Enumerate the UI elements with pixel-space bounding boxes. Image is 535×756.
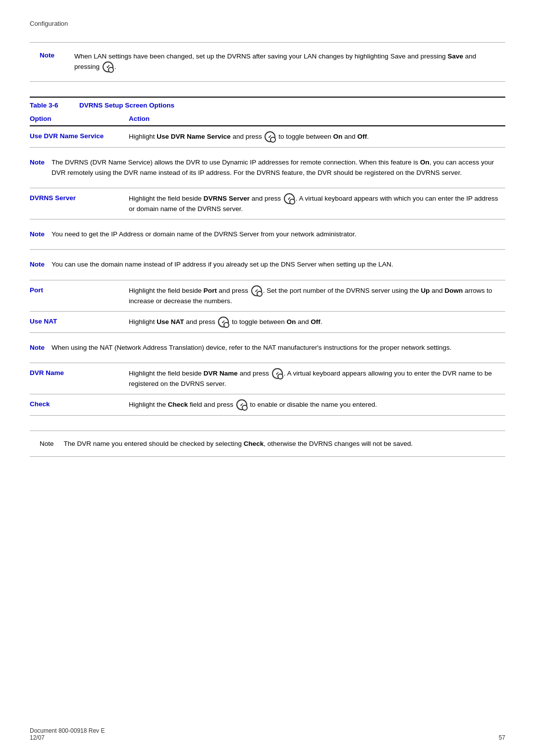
footer-left: Document 800-00918 Rev E 12/07: [30, 727, 105, 741]
table-row: Note You can use the domain name instead…: [30, 250, 505, 280]
action-cell: Highlight Use NAT and press ✓ to toggle …: [129, 311, 505, 332]
option-label: Use NAT: [30, 318, 57, 325]
press-icon-6: ✓: [236, 399, 247, 410]
table-row: Check Highlight the Check field and pres…: [30, 394, 505, 416]
note-cell: Note You can use the domain name instead…: [30, 250, 505, 280]
top-note-label: Note: [40, 52, 64, 59]
main-table: Option Action Use DVR Name Service Highl…: [30, 112, 505, 416]
table-row: Use DVR Name Service Highlight Use DVR N…: [30, 126, 505, 148]
table-title-row: Table 3-6 DVRNS Setup Screen Options: [30, 97, 505, 112]
col-option-header: Option: [30, 112, 129, 126]
press-icon-1: ✓: [265, 131, 275, 142]
press-icon-4: ✓: [218, 317, 229, 327]
press-icon-top: ✓: [103, 61, 113, 72]
table-title: DVRNS Setup Screen Options: [79, 102, 174, 109]
footer-date: 12/07: [30, 734, 105, 741]
table-row: Port Highlight the field beside Port and…: [30, 280, 505, 311]
option-label: DVR Name: [30, 369, 64, 377]
option-label: Use DVR Name Service: [30, 132, 104, 140]
press-icon-3: ✓: [251, 285, 262, 296]
note-cell: Note The DVRNS (DVR Name Service) allows…: [30, 148, 505, 188]
table-row: Note The DVRNS (DVR Name Service) allows…: [30, 148, 505, 188]
footer: Document 800-00918 Rev E 12/07 57: [30, 727, 505, 741]
note-cell: Note When using the NAT (Network Address…: [30, 332, 505, 363]
bottom-note-label: Note: [40, 440, 54, 447]
top-note-text: When LAN settings have been changed, set…: [74, 52, 495, 72]
table-row: DVR Name Highlight the field beside DVR …: [30, 363, 505, 394]
table-header-row: Option Action: [30, 112, 505, 126]
press-icon-5: ✓: [272, 368, 283, 379]
action-cell: Highlight the field beside Port and pres…: [129, 280, 505, 311]
action-cell: Highlight the Check field and press ✓ to…: [129, 394, 505, 416]
action-cell: Highlight Use DVR Name Service and press…: [129, 126, 505, 148]
table-section: Table 3-6 DVRNS Setup Screen Options Opt…: [30, 97, 505, 416]
option-label: Check: [30, 400, 50, 408]
option-label: Port: [30, 286, 43, 294]
top-note-box: Note When LAN settings have been changed…: [30, 42, 505, 82]
footer-page: 57: [499, 734, 505, 741]
bottom-note-text: The DVR name you entered should be check…: [64, 440, 413, 447]
press-icon-2: ✓: [284, 193, 295, 204]
action-cell: Highlight the field beside DVR Name and …: [129, 363, 505, 394]
breadcrumb: Configuration: [30, 20, 505, 27]
page: Configuration Note When LAN settings hav…: [0, 0, 535, 756]
note-cell: Note You need to get the IP Address or d…: [30, 219, 505, 250]
table-row: DVRNS Server Highlight the field beside …: [30, 188, 505, 219]
table-row: Use NAT Highlight Use NAT and press ✓ to…: [30, 311, 505, 332]
action-cell: Highlight the field beside DVRNS Server …: [129, 188, 505, 219]
footer-doc: Document 800-00918 Rev E: [30, 727, 105, 734]
table-number: Table 3-6: [30, 102, 69, 109]
table-row: Note When using the NAT (Network Address…: [30, 332, 505, 363]
table-row: Note You need to get the IP Address or d…: [30, 219, 505, 250]
col-action-header: Action: [129, 112, 505, 126]
option-label: DVRNS Server: [30, 194, 76, 202]
bottom-note-box: Note The DVR name you entered should be …: [30, 431, 505, 457]
